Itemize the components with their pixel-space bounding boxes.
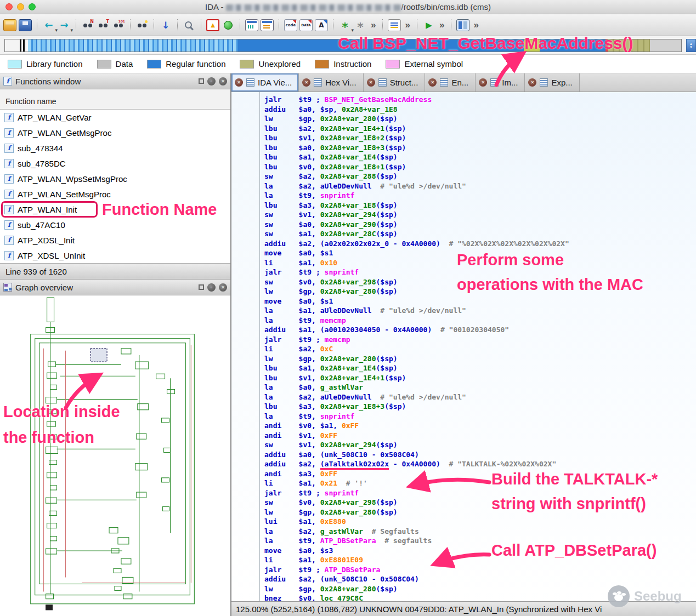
open-file-icon[interactable] — [3, 19, 16, 31]
asm-line[interactable]: la $a1, aUleDDevNull # "ule%d >/dev/null… — [264, 306, 696, 316]
asm-line[interactable]: addiu $a2, (unk_508C10 - 0x508C04) — [264, 574, 696, 584]
asm-line[interactable]: sw $v1, 0x2A8+var_294($sp) — [264, 440, 696, 450]
flashlight-icon[interactable] — [183, 19, 196, 31]
asm-line[interactable]: jalr $t9 ; BSP_NET_GetBaseMacAddress — [264, 95, 696, 105]
disassembly-listing[interactable]: jalr $t9 ; BSP_NET_GetBaseMacAddressaddi… — [231, 92, 696, 601]
maximize-panel-icon[interactable] — [199, 284, 204, 290]
tab-close-icon[interactable]: ✕ — [302, 78, 310, 87]
overflow-chevron-icon[interactable]: » — [369, 20, 377, 31]
function-list-item[interactable]: fATP_XDSL_Init — [0, 232, 230, 248]
run-icon[interactable] — [422, 19, 435, 31]
nav-back-icon[interactable] — [42, 19, 55, 31]
overflow-chevron-icon[interactable]: » — [472, 20, 480, 31]
asm-line[interactable]: lbu $v1, 0x2A8+var_1E8+2($sp) — [264, 133, 696, 143]
functions-window-header[interactable]: f Functions window ▫ ✕ — [0, 73, 230, 89]
restore-panel-icon[interactable]: ▫ — [207, 77, 216, 85]
save-icon[interactable] — [19, 19, 32, 31]
asm-line[interactable]: sw $a2, 0x2A8+var_288($sp) — [264, 172, 696, 181]
asm-line[interactable]: lw $gp, 0x2A8+var_280($sp) — [264, 354, 696, 364]
asm-line[interactable]: lbu $a0, 0x2A8+var_1E8+3($sp) — [264, 143, 696, 153]
search-bin-icon[interactable] — [135, 19, 149, 31]
overflow-chevron-icon[interactable]: » — [403, 20, 411, 31]
function-list-item[interactable]: fATP_WLAN_SetMsgProc — [0, 186, 230, 202]
asm-line[interactable]: sw $v1, 0x2A8+var_294($sp) — [264, 210, 696, 220]
asm-line[interactable]: lw $gp, 0x2A8+var_280($sp) — [264, 287, 696, 296]
function-list-item[interactable]: fsub_4785DC — [0, 156, 230, 171]
asm-line[interactable]: move $a0, $s1 — [264, 248, 696, 258]
asm-line[interactable]: lbu $a3, 0x2A8+var_1E8+3($sp) — [264, 402, 696, 412]
create-code-icon[interactable] — [284, 19, 297, 31]
ok-circle-icon[interactable] — [222, 19, 235, 31]
asm-line[interactable]: lw $gp, 0x2A8+var_280($sp) — [264, 114, 696, 124]
jump-sequence-icon[interactable] — [112, 19, 125, 31]
asm-line[interactable]: lbu $a3, 0x2A8+var_1E8($sp) — [264, 201, 696, 210]
asm-line[interactable]: lui $a1, 0xE880 — [264, 517, 696, 527]
asm-line[interactable]: jalr $t9 ; memcmp — [264, 335, 696, 345]
restore-panel-icon[interactable]: ▫ — [207, 283, 216, 292]
asm-line[interactable]: li $a1, 0x21 # '!' — [264, 478, 696, 488]
navigation-band[interactable] — [4, 39, 682, 52]
asm-line[interactable]: sw $a0, 0x2A8+var_290($sp) — [264, 220, 696, 230]
asm-line[interactable]: la $a2, aUleDDevNull # "ule%d >/dev/null… — [264, 392, 696, 402]
create-string-icon[interactable] — [315, 19, 328, 31]
asm-line[interactable]: andi $v1, 0xFF — [264, 431, 696, 441]
asm-line[interactable]: la $t9, memcmp — [264, 316, 696, 326]
asm-line[interactable]: move $a0, $s1 — [264, 296, 696, 306]
asm-line[interactable]: lbu $a2, 0x2A8+var_1E4+1($sp) — [264, 124, 696, 134]
graph-overview-header[interactable]: Graph overview ▫ ✕ — [0, 280, 230, 295]
chart-b-icon[interactable] — [261, 19, 274, 31]
jump-xref-icon[interactable] — [159, 19, 172, 31]
asm-line[interactable]: addiu $a2, (aTalktalk02x02x - 0x4A0000) … — [264, 459, 696, 469]
asm-line[interactable]: la $a2, aUleDDevNull # "ule%d >/dev/null… — [264, 181, 696, 191]
asm-line[interactable]: sw $v0, 0x2A8+var_298($sp) — [264, 277, 696, 287]
asm-line[interactable]: addiu $a0, (unk_508C10 - 0x508C04) — [264, 450, 696, 460]
add-breakpoint-icon[interactable] — [354, 19, 367, 31]
tab-close-icon[interactable]: ✕ — [235, 78, 243, 87]
asm-line[interactable]: move $a0, $s3 — [264, 546, 696, 556]
tab-hexvi[interactable]: ✕Hex Vi... — [299, 73, 363, 92]
jump-text-icon[interactable] — [97, 19, 110, 31]
create-data-icon[interactable] — [299, 19, 313, 31]
asm-line[interactable]: addiu $a2, (a02x02x02x02x_0 - 0x4A0000) … — [264, 239, 696, 249]
tab-close-icon[interactable]: ✕ — [367, 78, 375, 87]
function-list-item[interactable]: fATP_WLAN_GetMsgProc — [0, 125, 230, 140]
tab-struct[interactable]: ✕Struct... — [364, 73, 426, 92]
function-list-item[interactable]: fsub_47AC10 — [0, 217, 230, 232]
asm-line[interactable]: andi $v0, $a1, 0xFF — [264, 421, 696, 431]
function-list-item[interactable]: fsub_478344 — [0, 140, 230, 156]
asm-line[interactable]: jalr $t9 ; snprintf — [264, 267, 696, 277]
asm-line[interactable]: li $a1, 0xE8801E09 — [264, 555, 696, 565]
tab-exp[interactable]: ✕Exp... — [525, 73, 579, 92]
maximize-panel-icon[interactable] — [199, 78, 204, 84]
tab-idavie[interactable]: ✕IDA Vie... — [231, 73, 299, 92]
tab-close-icon[interactable]: ✕ — [428, 78, 437, 87]
overflow-chevron-icon[interactable]: » — [438, 20, 446, 31]
asm-line[interactable]: lbu $a1, 0x2A8+var_1E4($sp) — [264, 363, 696, 373]
problem-icon[interactable] — [206, 19, 219, 31]
asm-line[interactable]: lbu $v0, 0x2A8+var_1E8+1($sp) — [264, 162, 696, 172]
asm-line[interactable]: jalr $t9 ; ATP_DBSetPara — [264, 565, 696, 575]
function-list-item[interactable]: fATP_WLAN_GetVar — [0, 110, 230, 125]
function-list-item[interactable]: fATP_WLAN_WpsSetMsgProc — [0, 171, 230, 186]
close-panel-icon[interactable]: ✕ — [219, 77, 227, 85]
tab-en[interactable]: ✕En... — [425, 73, 476, 92]
add-func-icon[interactable] — [338, 19, 352, 31]
close-panel-icon[interactable]: ✕ — [219, 283, 227, 292]
graph-overview-canvas[interactable] — [0, 295, 230, 616]
function-list-item[interactable]: fATP_XDSL_UnInit — [0, 248, 230, 263]
tab-im[interactable]: ✕Im... — [476, 73, 525, 92]
asm-line[interactable]: addiu $a0, $sp, 0x2A8+var_1E8 — [264, 105, 696, 115]
asm-line[interactable]: li $a1, 0x10 — [264, 258, 696, 268]
asm-line[interactable]: la $t9, ATP_DBSetPara # segfaults — [264, 536, 696, 546]
nav-forward-icon[interactable] — [58, 19, 71, 31]
function-list-item[interactable]: fATP_WLAN_Init — [0, 202, 230, 217]
navband-zoom-button[interactable]: ▲▼ — [686, 39, 696, 52]
asm-line[interactable]: sw $a1, 0x2A8+var_28C($sp) — [264, 229, 696, 239]
function-name-column-header[interactable]: Function name — [0, 89, 230, 110]
asm-line[interactable]: lw $gp, 0x2A8+var_280($sp) — [264, 507, 696, 517]
asm-line[interactable]: jalr $t9 ; snprintf — [264, 488, 696, 498]
asm-line[interactable]: andi $a3, 0xFF — [264, 469, 696, 479]
asm-line[interactable]: addiu $a1, (a001020304050 - 0x4A0000) # … — [264, 325, 696, 335]
desktop-icon[interactable] — [456, 19, 469, 31]
asm-line[interactable]: la $t9, snprintf — [264, 191, 696, 201]
